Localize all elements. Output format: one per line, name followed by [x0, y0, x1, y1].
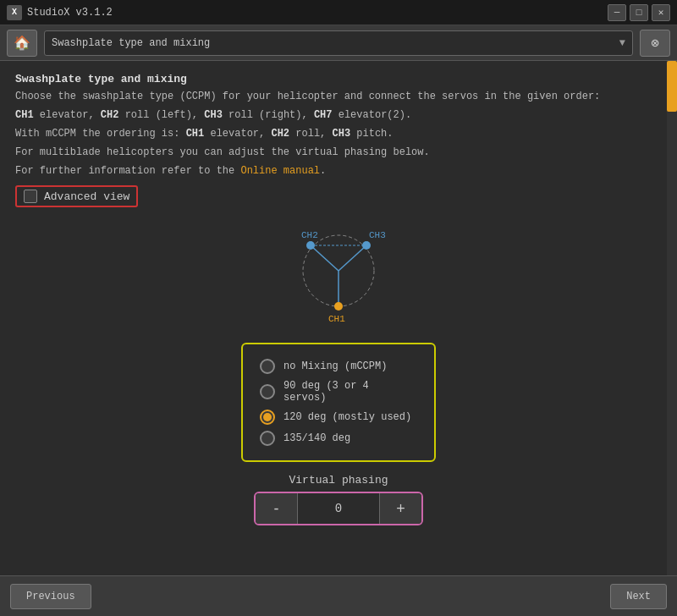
- ch3-label-2: CH3: [333, 128, 351, 140]
- ch1-label-1: CH1: [15, 109, 34, 121]
- section-title: Swashplate type and mixing: [15, 73, 662, 85]
- option-no-mixing[interactable]: no Mixing (mCCPM): [260, 359, 417, 374]
- desc3-text2: elevator,: [204, 128, 271, 140]
- option-135deg-label: 135/140 deg: [283, 432, 350, 444]
- svg-text:CH3: CH3: [369, 230, 386, 240]
- option-120deg[interactable]: 120 deg (mostly used): [260, 410, 417, 425]
- option-90deg-label: 90 deg (3 or 4 servos): [283, 380, 417, 404]
- main-content: Swashplate type and mixing Choose the sw…: [0, 61, 677, 575]
- desc2-text4: elevator(2).: [333, 109, 412, 121]
- advanced-view-label: Advanced view: [44, 190, 129, 203]
- desc3-text3: roll,: [289, 128, 332, 140]
- app-icon: X: [7, 5, 22, 20]
- close-button[interactable]: ⊗: [640, 30, 670, 57]
- radio-no-mixing[interactable]: [260, 359, 275, 374]
- dropdown-label: Swashplate type and mixing: [52, 37, 210, 49]
- svg-line-1: [311, 245, 338, 271]
- svg-point-6: [362, 241, 371, 250]
- previous-button[interactable]: Previous: [10, 584, 91, 609]
- virtual-phasing-label: Virtual phasing: [15, 474, 662, 487]
- svg-point-5: [306, 241, 315, 250]
- description-line4: For multiblade helicopters you can adjus…: [15, 145, 662, 160]
- option-135deg[interactable]: 135/140 deg: [260, 431, 417, 446]
- advanced-view-checkbox[interactable]: Advanced view: [15, 185, 138, 207]
- titlebar: X StudioX v3.1.2 ─ □ ✕: [0, 0, 677, 25]
- virtual-phasing-plus-button[interactable]: +: [379, 493, 421, 524]
- description-line5: For further information refer to the Onl…: [15, 163, 662, 179]
- maximize-button[interactable]: □: [630, 4, 648, 21]
- ch7-label: CH7: [314, 109, 333, 121]
- desc2-text2: roll (left),: [118, 109, 204, 121]
- description-line3: With mCCPM the ordering is: CH1 elevator…: [15, 126, 662, 141]
- desc3-text1: With mCCPM the ordering is:: [15, 128, 186, 140]
- svg-point-7: [334, 302, 343, 311]
- window-controls: ─ □ ✕: [608, 4, 670, 21]
- ch3-label-1: CH3: [204, 109, 223, 121]
- virtual-phasing-controls: - 0 +: [254, 492, 423, 525]
- option-90deg[interactable]: 90 deg (3 or 4 servos): [260, 380, 417, 404]
- toolbar: 🏠 Swashplate type and mixing ▼ ⊗: [0, 25, 677, 61]
- next-button[interactable]: Next: [610, 584, 667, 609]
- ch2-label-2: CH2: [271, 128, 289, 140]
- virtual-phasing-value: 0: [298, 502, 379, 515]
- desc2-text3: roll (right),: [223, 109, 314, 121]
- minimize-button[interactable]: ─: [608, 4, 626, 21]
- ch1-label-2: CH1: [186, 128, 205, 140]
- swashplate-diagram: CH2 CH3 CH1: [15, 216, 662, 334]
- option-120deg-label: 120 deg (mostly used): [283, 411, 411, 423]
- radio-135deg[interactable]: [260, 431, 275, 446]
- chevron-down-icon: ▼: [619, 37, 625, 49]
- description-line1: Choose the swashplate type (CCPM) for yo…: [15, 89, 662, 104]
- home-button[interactable]: 🏠: [7, 30, 37, 57]
- checkbox-box: [24, 190, 37, 203]
- description-line2: CH1 elevator, CH2 roll (left), CH3 roll …: [15, 107, 662, 123]
- close-window-button[interactable]: ✕: [652, 4, 670, 21]
- virtual-phasing-section: Virtual phasing - 0 +: [15, 474, 662, 525]
- bottom-bar: Previous Next: [0, 575, 677, 616]
- svg-line-2: [338, 245, 366, 271]
- svg-text:CH2: CH2: [301, 230, 318, 240]
- radio-120deg[interactable]: [260, 410, 275, 425]
- swash-svg: CH2 CH3 CH1: [271, 216, 406, 334]
- desc5-text: For further information refer to the: [15, 165, 240, 177]
- radio-90deg[interactable]: [260, 384, 275, 399]
- desc3-text4: pitch.: [350, 128, 393, 140]
- radio-selected-indicator: [263, 413, 272, 421]
- desc5-end: .: [320, 165, 326, 177]
- app-title: StudioX v3.1.2: [27, 7, 608, 19]
- online-manual-link[interactable]: Online manual: [240, 165, 320, 177]
- option-no-mixing-label: no Mixing (mCCPM): [283, 360, 387, 372]
- svg-text:CH1: CH1: [328, 314, 345, 324]
- ch2-label-1: CH2: [101, 109, 119, 121]
- desc2-text1: elevator,: [34, 109, 101, 121]
- page-selector-dropdown[interactable]: Swashplate type and mixing ▼: [44, 30, 633, 56]
- virtual-phasing-minus-button[interactable]: -: [256, 493, 298, 524]
- advanced-view-row: Advanced view: [15, 185, 662, 207]
- mixing-options-panel: no Mixing (mCCPM) 90 deg (3 or 4 servos)…: [241, 343, 436, 462]
